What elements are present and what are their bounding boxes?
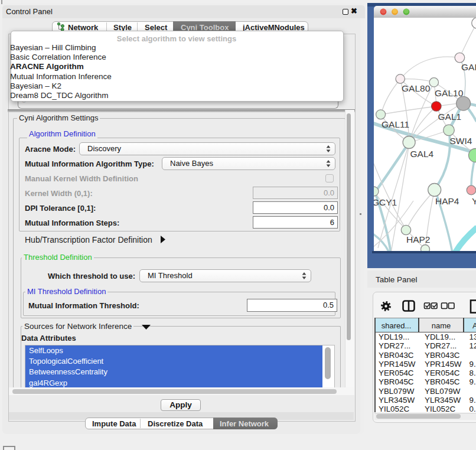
svg-text:SWI4: SWI4 xyxy=(450,136,472,146)
svg-text:HAP2: HAP2 xyxy=(406,234,431,244)
svg-text:GAL11: GAL11 xyxy=(382,119,409,129)
svg-text:GAL1: GAL1 xyxy=(438,112,462,122)
svg-text:GAL80: GAL80 xyxy=(402,83,431,93)
svg-text:HAP4: HAP4 xyxy=(435,196,459,206)
svg-text:GAL4: GAL4 xyxy=(410,149,434,159)
svg-text:GAL: GAL xyxy=(461,62,476,72)
svg-text:GCY1: GCY1 xyxy=(374,197,397,207)
svg-text:GAL10: GAL10 xyxy=(435,88,464,98)
svg-text:Y: Y xyxy=(472,196,476,206)
